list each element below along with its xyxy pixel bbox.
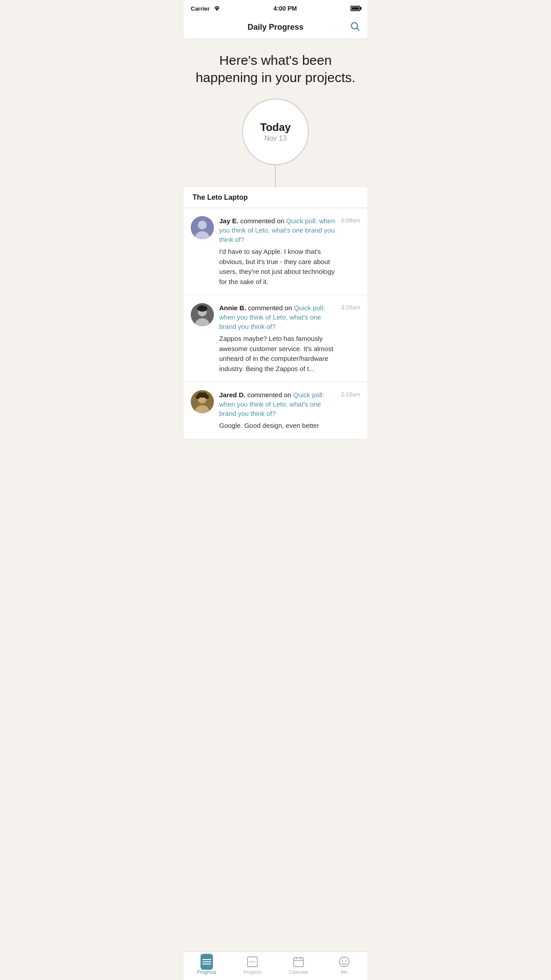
project-title: The Leto Laptop xyxy=(193,194,248,202)
activity-body-annie: Zappos maybe? Leto has famously awesome … xyxy=(219,334,336,374)
avatar-jay xyxy=(191,216,214,239)
activity-body-jay: I'd have to say Apple. I know that's obv… xyxy=(219,247,336,287)
activity-time-jared: 2:15am xyxy=(341,390,360,398)
svg-point-3 xyxy=(198,221,207,229)
nav-bar: Daily Progress xyxy=(184,16,367,39)
activity-item-jay[interactable]: Jay E. commented on Quick poll: when you… xyxy=(184,208,367,295)
status-carrier: Carrier xyxy=(191,5,220,12)
date-circle-container: Today Nov 13 xyxy=(194,99,357,187)
date-circle-today: Today xyxy=(260,121,291,134)
hero-heading: Here's what's been happening in your pro… xyxy=(194,51,357,86)
activity-content-jay: Jay E. commented on Quick poll: when you… xyxy=(219,216,336,287)
activity-verb-jared: commented on xyxy=(247,391,293,399)
activity-verb-annie: commented on xyxy=(248,304,294,312)
status-bar: Carrier 4:00 PM xyxy=(184,0,367,16)
activity-body-jared: Google. Good design, even better xyxy=(219,421,336,431)
avatar-annie xyxy=(191,303,214,326)
activity-meta-annie: Annie B. commented on Quick poll: when y… xyxy=(219,303,336,331)
search-button[interactable] xyxy=(350,21,360,34)
status-battery xyxy=(350,6,360,11)
activity-content-annie: Annie B. commented on Quick poll: when y… xyxy=(219,303,336,374)
hero-section: Here's what's been happening in your pro… xyxy=(184,39,367,187)
date-circle-date: Nov 13 xyxy=(264,134,287,142)
svg-point-16 xyxy=(198,392,202,397)
wifi-icon xyxy=(214,6,220,11)
avatar-jared xyxy=(191,390,214,413)
date-stem xyxy=(275,165,276,187)
activity-author-jay: Jay E. xyxy=(219,217,238,225)
activity-author-jared: Jared D. xyxy=(219,391,245,399)
project-header: The Leto Laptop xyxy=(184,187,367,208)
activity-time-jay: 6:09am xyxy=(341,216,360,224)
activity-meta-jared: Jared D. commented on Quick poll: when y… xyxy=(219,390,336,418)
svg-rect-9 xyxy=(197,307,207,310)
activity-author-annie: Annie B. xyxy=(219,304,246,312)
activity-item-jared[interactable]: Jared D. commented on Quick poll: when y… xyxy=(184,382,367,439)
svg-line-1 xyxy=(357,28,359,30)
activity-content-jared: Jared D. commented on Quick poll: when y… xyxy=(219,390,336,431)
status-time: 4:00 PM xyxy=(273,5,297,12)
activity-item-annie[interactable]: Annie B. commented on Quick poll: when y… xyxy=(184,295,367,382)
svg-point-17 xyxy=(202,392,207,397)
activity-meta-jay: Jay E. commented on Quick poll: when you… xyxy=(219,216,336,244)
main-content: Here's what's been happening in your pro… xyxy=(184,39,367,475)
activity-verb-jay: commented on xyxy=(240,217,286,225)
date-circle: Today Nov 13 xyxy=(242,99,309,165)
battery-icon xyxy=(350,6,360,11)
activity-time-annie: 3:20am xyxy=(341,303,360,311)
carrier-text: Carrier xyxy=(191,5,210,12)
activity-list: Jay E. commented on Quick poll: when you… xyxy=(184,208,367,439)
page-title: Daily Progress xyxy=(248,23,303,32)
